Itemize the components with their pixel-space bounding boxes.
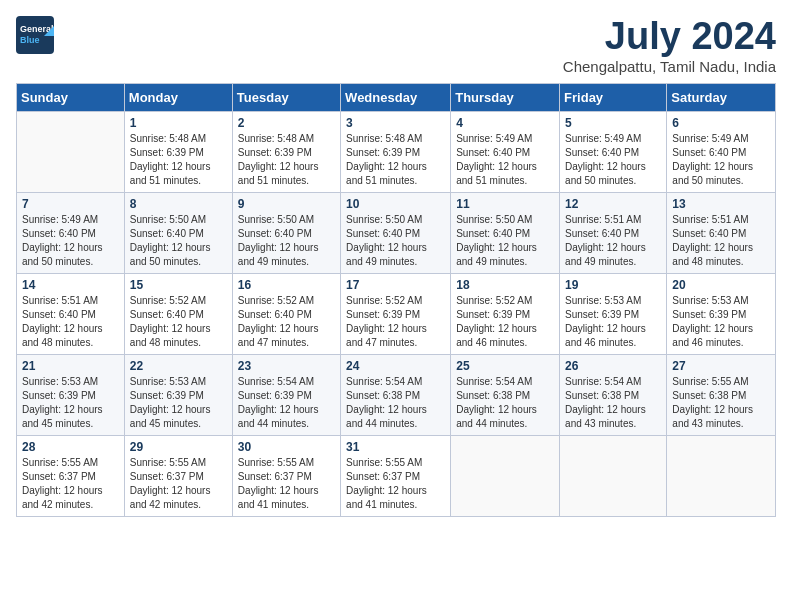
day-number: 28 xyxy=(22,440,119,454)
week-row-3: 14Sunrise: 5:51 AM Sunset: 6:40 PM Dayli… xyxy=(17,273,776,354)
day-info: Sunrise: 5:51 AM Sunset: 6:40 PM Dayligh… xyxy=(22,294,119,350)
day-info: Sunrise: 5:54 AM Sunset: 6:39 PM Dayligh… xyxy=(238,375,335,431)
week-row-4: 21Sunrise: 5:53 AM Sunset: 6:39 PM Dayli… xyxy=(17,354,776,435)
day-number: 31 xyxy=(346,440,445,454)
day-number: 21 xyxy=(22,359,119,373)
header-tuesday: Tuesday xyxy=(232,83,340,111)
calendar-cell: 3Sunrise: 5:48 AM Sunset: 6:39 PM Daylig… xyxy=(341,111,451,192)
calendar-cell: 23Sunrise: 5:54 AM Sunset: 6:39 PM Dayli… xyxy=(232,354,340,435)
week-row-5: 28Sunrise: 5:55 AM Sunset: 6:37 PM Dayli… xyxy=(17,435,776,516)
day-number: 15 xyxy=(130,278,227,292)
day-number: 26 xyxy=(565,359,661,373)
day-number: 11 xyxy=(456,197,554,211)
day-number: 10 xyxy=(346,197,445,211)
calendar-cell: 15Sunrise: 5:52 AM Sunset: 6:40 PM Dayli… xyxy=(124,273,232,354)
day-number: 7 xyxy=(22,197,119,211)
calendar-cell: 18Sunrise: 5:52 AM Sunset: 6:39 PM Dayli… xyxy=(451,273,560,354)
svg-text:Blue: Blue xyxy=(20,35,40,45)
day-number: 3 xyxy=(346,116,445,130)
day-info: Sunrise: 5:55 AM Sunset: 6:37 PM Dayligh… xyxy=(22,456,119,512)
calendar-cell: 17Sunrise: 5:52 AM Sunset: 6:39 PM Dayli… xyxy=(341,273,451,354)
day-number: 23 xyxy=(238,359,335,373)
day-info: Sunrise: 5:54 AM Sunset: 6:38 PM Dayligh… xyxy=(346,375,445,431)
day-info: Sunrise: 5:54 AM Sunset: 6:38 PM Dayligh… xyxy=(565,375,661,431)
calendar-cell: 22Sunrise: 5:53 AM Sunset: 6:39 PM Dayli… xyxy=(124,354,232,435)
header-sunday: Sunday xyxy=(17,83,125,111)
day-info: Sunrise: 5:52 AM Sunset: 6:39 PM Dayligh… xyxy=(456,294,554,350)
day-info: Sunrise: 5:53 AM Sunset: 6:39 PM Dayligh… xyxy=(565,294,661,350)
day-number: 19 xyxy=(565,278,661,292)
day-info: Sunrise: 5:54 AM Sunset: 6:38 PM Dayligh… xyxy=(456,375,554,431)
calendar-cell: 25Sunrise: 5:54 AM Sunset: 6:38 PM Dayli… xyxy=(451,354,560,435)
day-number: 24 xyxy=(346,359,445,373)
month-title: July 2024 xyxy=(563,16,776,58)
calendar-cell: 14Sunrise: 5:51 AM Sunset: 6:40 PM Dayli… xyxy=(17,273,125,354)
day-info: Sunrise: 5:52 AM Sunset: 6:40 PM Dayligh… xyxy=(130,294,227,350)
day-info: Sunrise: 5:51 AM Sunset: 6:40 PM Dayligh… xyxy=(672,213,770,269)
day-info: Sunrise: 5:53 AM Sunset: 6:39 PM Dayligh… xyxy=(22,375,119,431)
logo-icon: General Blue xyxy=(16,16,54,54)
calendar-cell: 5Sunrise: 5:49 AM Sunset: 6:40 PM Daylig… xyxy=(560,111,667,192)
calendar-cell: 16Sunrise: 5:52 AM Sunset: 6:40 PM Dayli… xyxy=(232,273,340,354)
calendar-cell: 29Sunrise: 5:55 AM Sunset: 6:37 PM Dayli… xyxy=(124,435,232,516)
day-info: Sunrise: 5:49 AM Sunset: 6:40 PM Dayligh… xyxy=(456,132,554,188)
day-number: 29 xyxy=(130,440,227,454)
location: Chengalpattu, Tamil Nadu, India xyxy=(563,58,776,75)
day-info: Sunrise: 5:55 AM Sunset: 6:37 PM Dayligh… xyxy=(238,456,335,512)
calendar-cell: 11Sunrise: 5:50 AM Sunset: 6:40 PM Dayli… xyxy=(451,192,560,273)
day-number: 16 xyxy=(238,278,335,292)
day-info: Sunrise: 5:49 AM Sunset: 6:40 PM Dayligh… xyxy=(565,132,661,188)
day-number: 13 xyxy=(672,197,770,211)
day-info: Sunrise: 5:48 AM Sunset: 6:39 PM Dayligh… xyxy=(130,132,227,188)
calendar-cell: 12Sunrise: 5:51 AM Sunset: 6:40 PM Dayli… xyxy=(560,192,667,273)
day-number: 12 xyxy=(565,197,661,211)
calendar-cell: 19Sunrise: 5:53 AM Sunset: 6:39 PM Dayli… xyxy=(560,273,667,354)
day-info: Sunrise: 5:55 AM Sunset: 6:38 PM Dayligh… xyxy=(672,375,770,431)
calendar-cell: 10Sunrise: 5:50 AM Sunset: 6:40 PM Dayli… xyxy=(341,192,451,273)
header-thursday: Thursday xyxy=(451,83,560,111)
day-number: 27 xyxy=(672,359,770,373)
day-number: 20 xyxy=(672,278,770,292)
calendar-cell xyxy=(451,435,560,516)
calendar-cell: 7Sunrise: 5:49 AM Sunset: 6:40 PM Daylig… xyxy=(17,192,125,273)
calendar-cell: 27Sunrise: 5:55 AM Sunset: 6:38 PM Dayli… xyxy=(667,354,776,435)
page-header: General Blue July 2024 Chengalpattu, Tam… xyxy=(16,16,776,75)
day-number: 2 xyxy=(238,116,335,130)
day-number: 1 xyxy=(130,116,227,130)
calendar-cell: 30Sunrise: 5:55 AM Sunset: 6:37 PM Dayli… xyxy=(232,435,340,516)
day-info: Sunrise: 5:51 AM Sunset: 6:40 PM Dayligh… xyxy=(565,213,661,269)
day-number: 9 xyxy=(238,197,335,211)
day-info: Sunrise: 5:52 AM Sunset: 6:40 PM Dayligh… xyxy=(238,294,335,350)
calendar-cell: 13Sunrise: 5:51 AM Sunset: 6:40 PM Dayli… xyxy=(667,192,776,273)
day-info: Sunrise: 5:48 AM Sunset: 6:39 PM Dayligh… xyxy=(238,132,335,188)
calendar-cell: 26Sunrise: 5:54 AM Sunset: 6:38 PM Dayli… xyxy=(560,354,667,435)
title-block: July 2024 Chengalpattu, Tamil Nadu, Indi… xyxy=(563,16,776,75)
calendar-cell: 28Sunrise: 5:55 AM Sunset: 6:37 PM Dayli… xyxy=(17,435,125,516)
week-row-2: 7Sunrise: 5:49 AM Sunset: 6:40 PM Daylig… xyxy=(17,192,776,273)
day-info: Sunrise: 5:49 AM Sunset: 6:40 PM Dayligh… xyxy=(22,213,119,269)
day-info: Sunrise: 5:52 AM Sunset: 6:39 PM Dayligh… xyxy=(346,294,445,350)
calendar-cell: 8Sunrise: 5:50 AM Sunset: 6:40 PM Daylig… xyxy=(124,192,232,273)
calendar-header-row: SundayMondayTuesdayWednesdayThursdayFrid… xyxy=(17,83,776,111)
day-info: Sunrise: 5:49 AM Sunset: 6:40 PM Dayligh… xyxy=(672,132,770,188)
day-info: Sunrise: 5:53 AM Sunset: 6:39 PM Dayligh… xyxy=(130,375,227,431)
header-monday: Monday xyxy=(124,83,232,111)
day-number: 22 xyxy=(130,359,227,373)
day-number: 14 xyxy=(22,278,119,292)
day-info: Sunrise: 5:50 AM Sunset: 6:40 PM Dayligh… xyxy=(456,213,554,269)
calendar-cell: 2Sunrise: 5:48 AM Sunset: 6:39 PM Daylig… xyxy=(232,111,340,192)
day-number: 5 xyxy=(565,116,661,130)
day-info: Sunrise: 5:48 AM Sunset: 6:39 PM Dayligh… xyxy=(346,132,445,188)
day-number: 8 xyxy=(130,197,227,211)
calendar-cell: 31Sunrise: 5:55 AM Sunset: 6:37 PM Dayli… xyxy=(341,435,451,516)
calendar-cell: 21Sunrise: 5:53 AM Sunset: 6:39 PM Dayli… xyxy=(17,354,125,435)
calendar-cell: 9Sunrise: 5:50 AM Sunset: 6:40 PM Daylig… xyxy=(232,192,340,273)
calendar-cell: 4Sunrise: 5:49 AM Sunset: 6:40 PM Daylig… xyxy=(451,111,560,192)
day-number: 6 xyxy=(672,116,770,130)
day-info: Sunrise: 5:55 AM Sunset: 6:37 PM Dayligh… xyxy=(346,456,445,512)
header-saturday: Saturday xyxy=(667,83,776,111)
calendar-cell xyxy=(560,435,667,516)
day-number: 18 xyxy=(456,278,554,292)
calendar-cell xyxy=(667,435,776,516)
day-info: Sunrise: 5:55 AM Sunset: 6:37 PM Dayligh… xyxy=(130,456,227,512)
